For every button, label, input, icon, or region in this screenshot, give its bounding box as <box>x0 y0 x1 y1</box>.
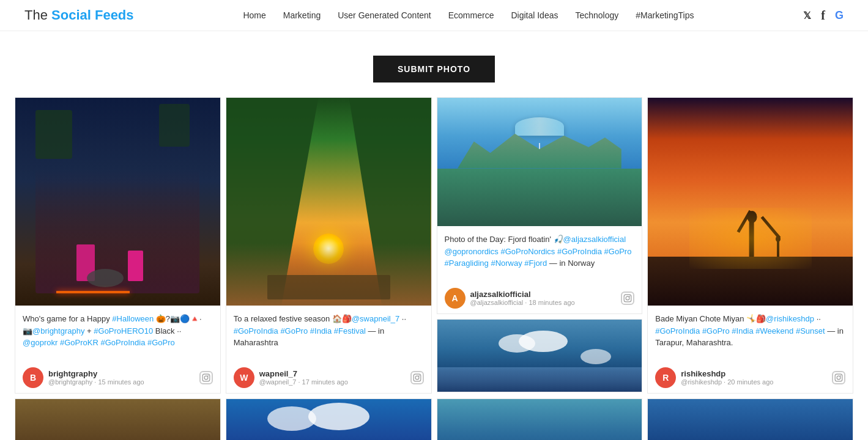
card-4-body: Bade Miyan Chote Miyan 🤸🎒@rishikeshdp ··… <box>648 306 853 362</box>
card-4-instagram-icon[interactable] <box>832 371 845 384</box>
card-4-avatar: R <box>655 367 676 388</box>
card-1-footer: B brightgraphy @brightgraphy · 15 minute… <box>15 362 220 393</box>
logo-bold: Social Feeds <box>51 7 134 23</box>
card-3: Photo of the Day: Fjord floatin' 🎣@aljaz… <box>437 97 643 314</box>
card-3b-image <box>437 320 642 392</box>
header: The Social Feeds Home Marketing User Gen… <box>0 0 868 31</box>
facebook-icon[interactable]: f <box>821 9 825 23</box>
main-nav: Home Marketing User Generated Content Ec… <box>243 10 694 20</box>
card-3-handle: @aljazsalkiofficial · 18 minutes ago <box>470 299 575 306</box>
card-2-instagram-icon[interactable] <box>410 371 424 384</box>
nav-ecommerce[interactable]: Ecommerce <box>448 10 494 20</box>
google-icon[interactable]: G <box>835 9 844 22</box>
svg-point-5 <box>418 375 420 376</box>
twitter-icon[interactable]: 𝕏 <box>803 10 811 21</box>
bottom-card-2 <box>226 398 432 441</box>
card-3-avatar: A <box>445 288 466 309</box>
card-4-handle: @rishikeshdp · 20 minutes ago <box>681 378 773 386</box>
nav-marketingtips[interactable]: #MarketingTips <box>636 10 694 20</box>
bottom-card-3 <box>437 398 643 441</box>
card-2-body: To a relaxed festive season 🏠🎒@swapneil_… <box>226 306 431 362</box>
svg-rect-9 <box>835 374 842 381</box>
card-4-footer: R rishikeshdp @rishikeshdp · 20 minutes … <box>648 362 853 393</box>
card-3-column: Photo of the Day: Fjord floatin' 🎣@aljaz… <box>434 95 645 396</box>
card-2-user-details: wapneil_7 @wapneil_7 · 17 minutes ago <box>259 369 348 386</box>
card-4-text: Bade Miyan Chote Miyan 🤸🎒@rishikeshdp ··… <box>655 313 845 349</box>
card-2-user: W wapneil_7 @wapneil_7 · 17 minutes ago <box>234 367 348 388</box>
bottom-card-4 <box>647 398 853 441</box>
card-3b <box>437 319 643 392</box>
photo-grid: Who's game for a Happy #Halloween 🎃?📷🔵🔺·… <box>0 95 868 396</box>
card-1-user-details: brightgraphy @brightgraphy · 15 minutes … <box>48 369 144 386</box>
nav-digital[interactable]: Digital Ideas <box>511 10 558 20</box>
svg-point-4 <box>415 376 419 380</box>
card-1: Who's game for a Happy #Halloween 🎃?📷🔵🔺·… <box>15 97 221 394</box>
svg-point-11 <box>840 375 841 376</box>
card-2-avatar: W <box>234 367 254 388</box>
bottom-card-4-image <box>648 399 853 441</box>
svg-point-10 <box>837 376 840 380</box>
card-2-footer: W wapneil_7 @wapneil_7 · 17 minutes ago <box>226 362 431 393</box>
card-1-instagram-icon[interactable] <box>199 371 213 384</box>
logo-plain: The <box>24 7 51 23</box>
bottom-grid <box>0 396 868 441</box>
card-1-image <box>15 98 220 306</box>
svg-point-8 <box>629 295 631 296</box>
card-3-body: Photo of the Day: Fjord floatin' 🎣@aljaz… <box>437 226 642 283</box>
bottom-card-1 <box>15 398 221 441</box>
svg-rect-0 <box>202 374 210 381</box>
card-2-username: wapneil_7 <box>259 369 348 378</box>
card-1-body: Who's game for a Happy #Halloween 🎃?📷🔵🔺·… <box>15 306 220 362</box>
svg-rect-3 <box>414 374 421 381</box>
svg-point-1 <box>204 376 208 380</box>
nav-technology[interactable]: Technology <box>575 10 618 20</box>
card-3-user-details: aljazsalkiofficial @aljazsalkiofficial ·… <box>470 290 575 306</box>
nav-home[interactable]: Home <box>243 10 265 20</box>
card-1-avatar: B <box>23 367 43 388</box>
card-3-username: aljazsalkiofficial <box>470 290 575 299</box>
bottom-card-3-image <box>437 399 642 441</box>
nav-marketing[interactable]: Marketing <box>283 10 321 20</box>
card-1-username: brightgraphy <box>48 369 144 378</box>
social-icons: 𝕏 f G <box>803 9 844 23</box>
svg-rect-6 <box>624 295 631 302</box>
card-2-text: To a relaxed festive season 🏠🎒@swapneil_… <box>234 313 424 349</box>
card-3-footer: A aljazsalkiofficial @aljazsalkiofficial… <box>437 283 642 314</box>
card-3-image <box>437 98 642 226</box>
card-3-instagram-icon[interactable] <box>621 292 634 305</box>
card-4-user: R rishikeshdp @rishikeshdp · 20 minutes … <box>655 367 773 388</box>
card-1-user: B brightgraphy @brightgraphy · 15 minute… <box>23 367 144 388</box>
submit-photo-button[interactable]: SUBMIT PHOTO <box>373 56 495 82</box>
card-2-handle: @wapneil_7 · 17 minutes ago <box>259 378 348 386</box>
card-1-handle: @brightgraphy · 15 minutes ago <box>48 378 144 386</box>
bottom-card-1-image <box>15 399 220 441</box>
submit-area: SUBMIT PHOTO <box>0 31 868 95</box>
logo: The Social Feeds <box>24 7 134 23</box>
card-4-user-details: rishikeshdp @rishikeshdp · 20 minutes ag… <box>681 369 773 386</box>
card-4-username: rishikeshdp <box>681 369 773 378</box>
card-4-image <box>648 98 853 306</box>
card-2-image <box>226 98 431 306</box>
card-4: Bade Miyan Chote Miyan 🤸🎒@rishikeshdp ··… <box>647 97 853 394</box>
svg-point-2 <box>207 375 209 376</box>
bottom-card-2-image <box>226 399 431 441</box>
nav-ugc[interactable]: User Generated Content <box>338 10 431 20</box>
svg-point-7 <box>626 296 629 300</box>
card-1-text: Who's game for a Happy #Halloween 🎃?📷🔵🔺·… <box>23 313 213 349</box>
card-2: To a relaxed festive season 🏠🎒@swapneil_… <box>226 97 432 394</box>
card-3-text: Photo of the Day: Fjord floatin' 🎣@aljaz… <box>445 233 635 270</box>
card-3-user: A aljazsalkiofficial @aljazsalkiofficial… <box>445 288 575 309</box>
